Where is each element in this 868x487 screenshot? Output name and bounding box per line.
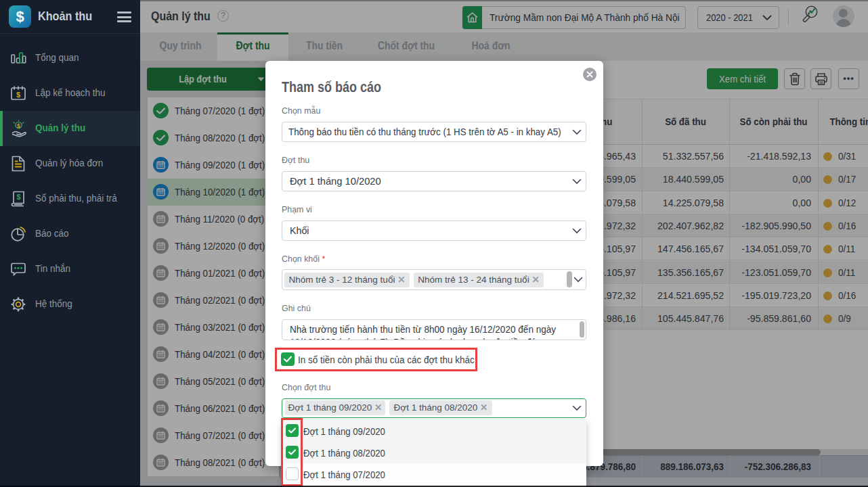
svg-text:$: $: [16, 193, 20, 201]
svg-text:$: $: [16, 91, 20, 99]
svg-text:$: $: [17, 122, 20, 129]
